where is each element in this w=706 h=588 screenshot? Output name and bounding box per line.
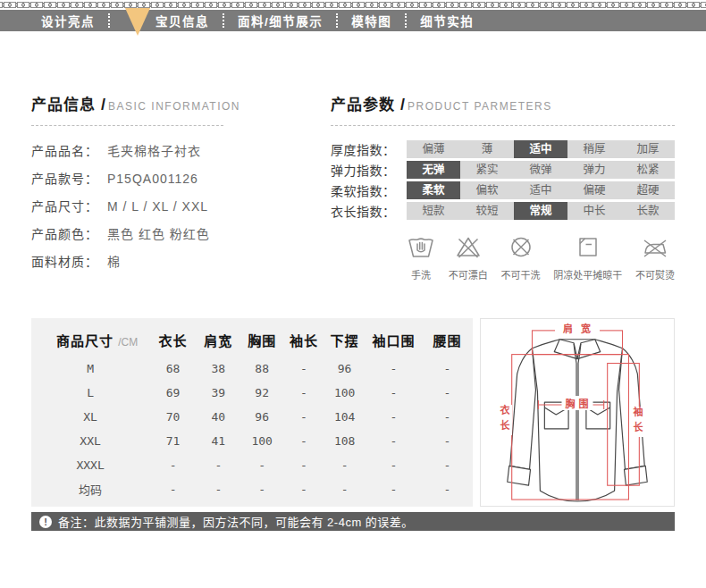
parameter-option: 微弹: [514, 161, 567, 179]
measure-value-cell: -: [366, 381, 422, 405]
measure-column-header: 腰围: [422, 318, 473, 357]
size-table-row: XXXL-------: [31, 453, 473, 477]
parameters-header: 产品参数/PRODUCT PARMETERS: [331, 92, 675, 126]
sleeve-length-label: 袖长: [629, 407, 645, 437]
parameter-label: 弹力指数：: [331, 161, 407, 179]
parameter-row: 厚度指数：偏薄薄适中稍厚加厚: [331, 140, 675, 158]
measure-value-cell: 70: [149, 405, 197, 429]
info-row: 产品颜色：黑色 红色 粉红色: [31, 227, 317, 242]
measure-value-cell: -: [366, 357, 422, 381]
product-detail-page: 设计亮点宝贝信息面料/细节展示模特图细节实拍 产品信息/BASIC INFORM…: [0, 0, 706, 588]
title-slash: /: [101, 96, 105, 113]
tab-separator: [405, 13, 407, 28]
parameters-section: 产品参数/PRODUCT PARMETERS 厚度指数：偏薄薄适中稍厚加厚弹力指…: [331, 92, 675, 282]
parameter-option: 偏软: [460, 181, 514, 199]
measure-value-cell: 92: [240, 381, 284, 405]
size-name-cell: M: [31, 357, 149, 381]
parameter-row: 衣长指数：短款较短常规中长长款: [331, 202, 675, 220]
measure-value-cell: -: [366, 453, 422, 477]
measure-value-cell: 39: [197, 381, 240, 405]
size-table-row: XXL7141100-108--: [31, 429, 473, 453]
basic-info-title-zh: 产品信息: [31, 97, 96, 113]
care-item: 不可熨烫: [635, 232, 675, 281]
measure-value-cell: -: [240, 453, 284, 477]
parameter-option-band: 偏薄薄适中稍厚加厚: [407, 140, 675, 158]
measure-value-cell: -: [149, 477, 197, 501]
care-item: 阴凉处平摊晾干: [553, 232, 622, 281]
measure-value-cell: 38: [197, 357, 240, 381]
garment-length-label: 衣长: [496, 405, 512, 435]
info-value: P15QA001126: [107, 172, 198, 186]
info-row: 产品款号：P15QA001126: [31, 172, 317, 187]
info-label: 产品品名：: [31, 144, 98, 158]
chest-girth-label: 胸围: [562, 396, 593, 410]
care-item: 手洗: [407, 232, 435, 281]
measure-value-cell: -: [324, 453, 366, 477]
measure-column-header: 肩宽: [197, 318, 240, 357]
info-value: M / L / XL / XXL: [107, 199, 208, 214]
note-bar: ! 备注：此数据为平铺测量，因方法不同，可能会有 2-4cm 的误差。: [31, 512, 675, 531]
measure-value-cell: 88: [240, 357, 284, 381]
measure-value-cell: -: [284, 429, 324, 453]
parameter-option-selected: 柔软: [407, 181, 460, 199]
care-item: 不可干洗: [501, 232, 541, 281]
measure-column-header: 袖口围: [366, 318, 422, 357]
parameter-label: 厚度指数：: [331, 140, 407, 158]
parameter-option: 短款: [407, 202, 460, 220]
dry-flat-shade-icon: [574, 232, 602, 265]
nav-bar: 设计亮点宝贝信息面料/细节展示模特图细节实拍: [0, 10, 706, 31]
info-row: 面料材质：棉: [31, 255, 317, 270]
nav-tab-5[interactable]: 细节实拍: [420, 12, 474, 29]
parameter-row: 弹力指数：无弹紧实微弹弹力松紧: [331, 161, 675, 179]
care-icon-label: 不可熨烫: [635, 267, 675, 281]
tab-separator: [336, 13, 338, 28]
parameter-option: 紧实: [460, 161, 514, 179]
active-tab-pointer-icon: [125, 8, 150, 36]
measure-value-cell: -: [284, 453, 324, 477]
size-table: 商品尺寸 /CM衣长肩宽胸围袖长下摆袖口围腰围 M683888-96--L693…: [31, 318, 473, 501]
parameter-option-band: 无弹紧实微弹弹力松紧: [407, 161, 675, 179]
measure-value-cell: -: [422, 357, 473, 381]
parameter-option-selected: 常规: [514, 202, 567, 220]
nav-tab-3[interactable]: 面料/细节展示: [238, 12, 323, 29]
nav-tab-2[interactable]: 宝贝信息: [155, 12, 209, 29]
measure-value-cell: -: [422, 405, 473, 429]
nav-tab-1[interactable]: 设计亮点: [41, 12, 95, 29]
measure-value-cell: -: [240, 477, 284, 501]
measure-value-cell: 71: [149, 429, 197, 453]
measure-value-cell: -: [422, 453, 473, 477]
no-bleach-icon: [454, 232, 483, 265]
measure-value-cell: -: [366, 477, 422, 501]
measure-value-cell: 96: [324, 357, 366, 381]
parameter-option: 弹力: [567, 161, 621, 179]
measure-value-cell: 68: [149, 357, 197, 381]
parameter-option: 长款: [621, 202, 675, 220]
measure-value-cell: 41: [197, 429, 240, 453]
basic-info-rows: 产品品名：毛夹棉格子衬衣产品款号：P15QA001126产品尺寸：M / L /…: [31, 144, 317, 270]
parameter-option-selected: 无弹: [407, 161, 460, 179]
care-icons-row: 手洗不可漂白不可干洗阴凉处平摊晾干不可熨烫: [407, 232, 675, 281]
size-section: 商品尺寸 /CM衣长肩宽胸围袖长下摆袖口围腰围 M683888-96--L693…: [31, 318, 675, 507]
measure-value-cell: -: [422, 429, 473, 453]
size-name-cell: L: [31, 381, 149, 405]
info-value: 毛夹棉格子衬衣: [107, 144, 201, 158]
measure-value-cell: 104: [324, 405, 366, 429]
parameter-row: 柔软指数：柔软偏软适中偏硬超硬: [331, 181, 675, 199]
measure-value-cell: 100: [324, 381, 366, 405]
info-section: 产品信息/BASIC INFORMATION 产品品名：毛夹棉格子衬衣产品款号：…: [31, 92, 675, 282]
info-label: 产品颜色：: [31, 227, 98, 241]
parameter-option-band: 短款较短常规中长长款: [407, 202, 675, 220]
chain-pattern-border: [0, 0, 706, 10]
parameter-option: 中长: [567, 202, 621, 220]
measure-value-cell: 40: [197, 405, 240, 429]
measure-column-header: 胸围: [240, 318, 284, 357]
measure-value-cell: -: [284, 357, 324, 381]
size-column-header: 商品尺寸 /CM: [31, 318, 149, 357]
no-dry-clean-icon: [507, 232, 535, 265]
shoulder-width-label: 肩宽: [555, 321, 600, 335]
nav-tab-4[interactable]: 模特图: [351, 12, 391, 29]
measure-column-header: 衣长: [149, 318, 197, 357]
parameter-option: 偏薄: [407, 140, 460, 158]
info-label: 产品款号：: [31, 172, 98, 186]
parameter-option: 加厚: [621, 140, 675, 158]
